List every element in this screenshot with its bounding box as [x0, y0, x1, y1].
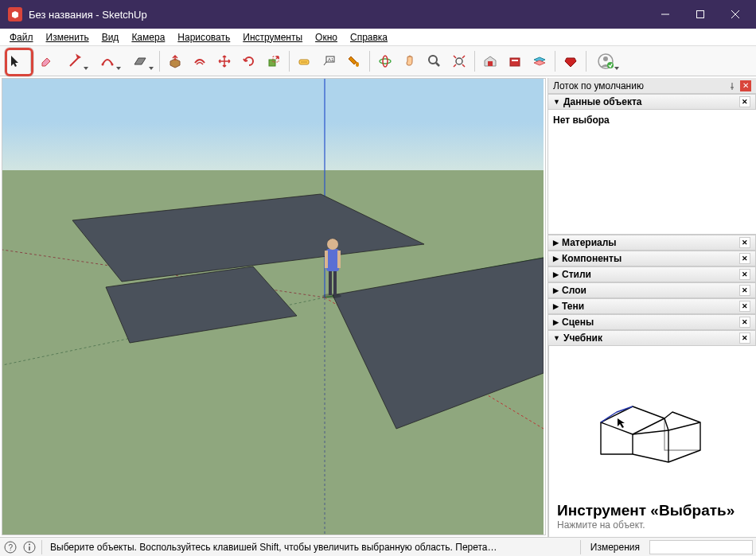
tutorial-illustration	[557, 352, 748, 500]
svg-point-17	[456, 58, 462, 64]
panel-close-icon[interactable]: ✕	[739, 332, 750, 344]
menu-view[interactable]: Вид	[95, 30, 126, 45]
svg-rect-20	[512, 60, 518, 61]
status-hint: Выберите объекты. Воспользуйтесь клавише…	[47, 542, 575, 553]
pan-tool[interactable]	[398, 49, 422, 73]
viewport-3d[interactable]	[2, 78, 546, 535]
user-tool[interactable]	[590, 49, 622, 73]
help-icon[interactable]: ?	[3, 540, 18, 554]
menu-file[interactable]: Файл	[3, 30, 40, 45]
svg-point-4	[102, 63, 104, 65]
layers-tool[interactable]	[528, 49, 551, 73]
svg-rect-25	[2, 122, 544, 178]
panel-materials-header[interactable]: ▶Материалы✕	[548, 235, 756, 251]
text-tool[interactable]: A1	[318, 49, 341, 73]
svg-point-22	[603, 56, 608, 61]
menubar: Файл Изменить Вид Камера Нарисовать Инст…	[0, 29, 756, 46]
tutorial-subtitle: Нажмите на объект.	[557, 519, 748, 531]
menu-tools[interactable]: Инструменты	[236, 30, 309, 45]
collapse-icon: ▼	[553, 98, 560, 106]
svg-rect-19	[510, 58, 520, 66]
close-button[interactable]	[718, 0, 753, 29]
panel-scenes-header[interactable]: ▶Сцены✕	[548, 314, 756, 330]
panel-close-icon[interactable]: ✕	[739, 237, 750, 248]
ruby-tool[interactable]	[559, 49, 583, 73]
window-title: Без названия - SketchUp	[29, 9, 648, 21]
panel-layers-header[interactable]: ▶Слои✕	[548, 282, 756, 298]
menu-draw[interactable]: Нарисовать	[171, 30, 236, 45]
svg-rect-6	[269, 60, 275, 66]
offset-tool[interactable]	[188, 49, 212, 73]
panel-close-icon[interactable]: ✕	[739, 317, 750, 328]
panel-styles-header[interactable]: ▶Стили✕	[548, 266, 756, 282]
tray-title-label: Лоток по умолчанию	[553, 80, 644, 91]
tray-title[interactable]: Лоток по умолчанию ✕	[548, 78, 756, 94]
svg-point-42	[327, 239, 338, 250]
svg-rect-18	[488, 61, 493, 66]
select-tool[interactable]	[3, 49, 27, 73]
svg-point-15	[429, 56, 437, 64]
svg-rect-41	[337, 251, 341, 268]
svg-rect-37	[329, 270, 332, 295]
panel-close-icon[interactable]: ✕	[739, 285, 750, 296]
eraser-tool[interactable]	[34, 49, 58, 73]
menu-help[interactable]: Справка	[344, 30, 394, 45]
main-area: Лоток по умолчанию ✕ ▼ Данные объекта ✕ …	[0, 76, 756, 537]
panel-close-icon[interactable]: ✕	[739, 253, 750, 264]
panel-entity-info-label: Данные объекта	[563, 96, 642, 107]
maximize-button[interactable]	[683, 0, 718, 29]
toolbar: A1	[0, 46, 756, 76]
panel-close-icon[interactable]: ✕	[739, 96, 750, 107]
rectangle-tool[interactable]	[124, 49, 156, 73]
pushpull-tool[interactable]	[163, 49, 187, 73]
svg-text:A1: A1	[328, 57, 334, 62]
menu-window[interactable]: Окно	[309, 30, 344, 45]
arc-tool[interactable]	[92, 49, 123, 73]
tutorial-title: Инструмент «Выбрать»	[557, 503, 748, 519]
panel-entity-info-body: Нет выбора	[548, 110, 756, 235]
pin-icon[interactable]	[726, 80, 738, 92]
statusbar: ? Выберите объекты. Воспользуйтесь клави…	[0, 537, 756, 556]
panel-close-icon[interactable]: ✕	[739, 301, 750, 312]
zoom-extents-tool[interactable]	[447, 49, 471, 73]
svg-rect-38	[333, 270, 337, 295]
tray-close-icon[interactable]: ✕	[740, 80, 751, 91]
measurements-label: Измерения	[586, 542, 645, 553]
paint-tool[interactable]	[342, 49, 366, 73]
orbit-tool[interactable]	[373, 49, 397, 73]
menu-edit[interactable]: Изменить	[40, 30, 95, 45]
svg-point-13	[380, 59, 391, 64]
svg-point-14	[383, 56, 388, 67]
minimize-button[interactable]	[648, 0, 683, 29]
move-tool[interactable]	[212, 49, 236, 73]
menu-camera[interactable]: Камера	[125, 30, 171, 45]
zoom-tool[interactable]	[423, 49, 446, 73]
svg-rect-40	[325, 251, 328, 268]
panel-tutorial-body: Инструмент «Выбрать» Нажмите на объект.	[548, 346, 756, 537]
scale-tool[interactable]	[262, 49, 286, 73]
panel-shadows-header[interactable]: ▶Тени✕	[548, 298, 756, 314]
default-tray: Лоток по умолчанию ✕ ▼ Данные объекта ✕ …	[548, 78, 756, 537]
warehouse-tool[interactable]	[478, 49, 502, 73]
extensions-tool[interactable]	[503, 49, 527, 73]
svg-line-16	[436, 63, 439, 66]
panel-entity-info-header[interactable]: ▼ Данные объекта ✕	[548, 94, 756, 110]
svg-point-5	[111, 63, 114, 65]
panel-tutorial-header[interactable]: ▼Учебник✕	[548, 330, 756, 346]
panel-components-header[interactable]: ▶Компоненты✕	[548, 251, 756, 266]
svg-rect-39	[326, 249, 339, 271]
tape-tool[interactable]	[293, 49, 317, 73]
info-icon[interactable]	[22, 540, 37, 554]
measurements-field[interactable]	[649, 540, 753, 554]
rotate-tool[interactable]	[237, 49, 261, 73]
app-logo-icon	[8, 7, 22, 21]
panel-close-icon[interactable]: ✕	[739, 269, 750, 280]
svg-point-47	[29, 543, 30, 545]
titlebar: Без названия - SketchUp	[0, 0, 756, 29]
svg-rect-1	[697, 11, 704, 18]
svg-text:?: ?	[9, 543, 14, 552]
line-tool[interactable]	[59, 49, 91, 73]
svg-point-12	[356, 62, 359, 67]
